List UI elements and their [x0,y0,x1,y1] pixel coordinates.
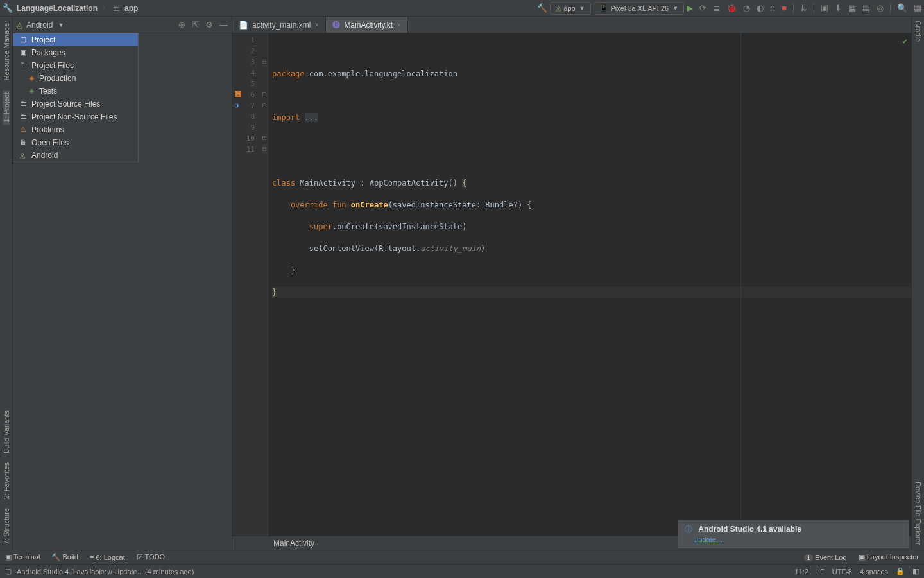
collapse-icon[interactable]: ⇱ [192,20,199,30]
tab-MainActivity-kt[interactable]: 🅚MainActivity.kt× [326,17,408,33]
coverage-icon[interactable]: ◐ [757,3,764,13]
breadcrumb[interactable]: 🔧 LanguageLocalization 〉 🗀 app [3,3,138,13]
gutter-line[interactable]: 9 [232,123,268,134]
update-link[interactable]: Update... [693,536,722,543]
lock-icon[interactable]: 🔒 [896,567,905,575]
scope-problems[interactable]: ⚠Problems [13,123,138,136]
gear-icon[interactable]: ⚙ [205,20,213,30]
minimize-icon[interactable]: — [219,20,228,30]
gutter-line[interactable]: 3⊟ [232,58,268,69]
scope-packages[interactable]: ▣Packages [13,46,138,59]
file-encoding[interactable]: UTF-8 [832,568,852,575]
chevron-down-icon: ▼ [672,5,678,12]
fold-icon[interactable]: ⊟ [262,134,266,141]
project-header: ◬ Android ▼ ⊕ ⇱ ⚙ — [13,17,232,33]
toolbar-run-group: ▶ ⟳ ≣ 🐞 ◔ ◐ ⎌ ■ ⇊ ▣ ⬇ ▦ ▤ ◎ 🔍 ▦ [687,3,921,13]
close-icon[interactable]: × [397,21,401,30]
profile-icon[interactable]: ◔ [743,3,750,13]
run-config-selector[interactable]: ◬ app ▼ [550,2,590,15]
scope-project[interactable]: ▢Project [13,33,138,46]
rail-build-variants[interactable]: Build Variants [3,410,10,453]
scope-selector[interactable]: Android [26,21,53,30]
panel-icon[interactable]: ▦ [914,3,921,13]
code-area[interactable]: ✔ package com.example.languagelocalizati… [268,33,911,536]
layout-inspector-tab[interactable]: ▣ Layout Inspector [859,553,919,561]
caret-position[interactable]: 11:2 [795,568,809,575]
app-quality-icon[interactable]: ◎ [877,3,884,13]
line-separator[interactable]: LF [816,568,825,575]
scope-project-files[interactable]: 🗀Project Files [13,59,138,72]
target-icon[interactable]: ⊕ [178,20,185,30]
debug-icon[interactable]: 🐞 [726,3,737,13]
layout-inspector-icon[interactable]: ▤ [862,3,870,13]
apply-changes-icon[interactable]: ⟳ [699,3,706,13]
project-icon: 🔧 [3,3,13,13]
rail-resource-manager[interactable]: Resource Manager [3,21,10,81]
scope-tests[interactable]: ◈Tests [13,85,138,98]
hammer-build-icon[interactable]: 🔨 [537,3,547,13]
gutter-line[interactable]: 2 [232,47,268,58]
gutter-line[interactable]: 6🅲⊟ [232,91,268,101]
event-log-tab[interactable]: 1 Event Log [804,554,846,561]
info-icon: ⓘ [685,525,692,534]
inspection-ok-icon[interactable]: ✔ [903,36,907,47]
resource-manager-icon[interactable]: ▦ [848,3,856,13]
terminal-tab[interactable]: ▣ Terminal [5,553,40,561]
device-selector[interactable]: 📱 Pixel 3a XL API 26 ▼ [594,2,685,15]
chevron-down-icon: ▼ [579,5,585,12]
apply-code-icon[interactable]: ≣ [713,3,720,13]
gutter-line[interactable]: 5 [232,80,268,91]
editor-area: 📄activity_main.xml×🅚MainActivity.kt× 123… [232,17,911,550]
search-icon[interactable]: 🔍 [897,3,907,13]
tab-activity_main-xml[interactable]: 📄activity_main.xml× [232,17,326,33]
update-notification[interactable]: ⓘ Android Studio 4.1 available Update... [678,520,909,548]
stop-icon[interactable]: ■ [782,3,787,13]
sdk-manager-icon[interactable]: ⬇ [835,3,842,13]
gutter-line[interactable]: 1 [232,36,268,47]
gutter-line[interactable]: 4 [232,69,268,80]
separator-icon: 〉 [101,3,109,13]
close-icon[interactable]: × [314,21,319,30]
gutter-line[interactable]: 11⊟ [232,145,268,156]
scope-project-non-source-files[interactable]: 🗀Project Non-Source Files [13,110,138,123]
run-icon[interactable]: ▶ [687,3,693,13]
scope-project-source-files[interactable]: 🗀Project Source Files [13,98,138,110]
build-tab[interactable]: 🔨 Build [51,553,78,561]
rail-device-file-explorer[interactable]: Device File Explorer [914,482,922,545]
fold-icon[interactable]: ⊟ [262,91,266,98]
todo-tab[interactable]: ☑ TODO [137,553,165,561]
rail-structure[interactable]: 7: Structure [3,508,10,545]
phone-icon: 📱 [599,4,608,12]
override-gutter-icon[interactable]: ◑ [235,101,239,109]
fold-icon[interactable]: ⊟ [262,101,266,109]
attach-debugger-icon[interactable]: ⎌ [770,3,775,13]
gutter-line[interactable]: 10⊟ [232,134,268,145]
bottom-tool-bar: ▣ Terminal 🔨 Build ≡ 6: Logcat ☑ TODO 1 … [0,550,924,564]
xml-file-icon: 📄 [239,21,248,30]
gutter-line[interactable]: 7◑⊟ [232,101,268,112]
status-message[interactable]: Android Studio 4.1 available: // Update.… [17,568,194,575]
scope-open-files[interactable]: 🗎Open Files [13,136,138,149]
avd-manager-icon[interactable]: ▣ [821,3,828,13]
indent-indicator[interactable]: 4 spaces [860,568,888,575]
rail-gradle[interactable]: Gradle [914,21,922,42]
chevron-down-icon: ▼ [58,22,64,28]
class-gutter-icon[interactable]: 🅲 [235,91,241,98]
gutter-line[interactable]: 8 [232,112,268,123]
fold-icon[interactable]: ⊟ [262,145,266,152]
fold-icon[interactable]: ⊟ [262,58,266,65]
breadcrumb-root[interactable]: LanguageLocalization [17,4,98,13]
rail-project[interactable]: 1: Project [3,90,10,125]
logcat-tab[interactable]: ≡ 6: Logcat [90,554,125,561]
status-icon[interactable]: ▢ [5,567,12,575]
kotlin-file-icon: 🅚 [332,21,340,30]
memory-icon[interactable]: ◧ [912,567,919,575]
project-tool-window: ◬ Android ▼ ⊕ ⇱ ⚙ — ▢Project▣Packages🗀Pr… [13,17,232,550]
scope-production[interactable]: ◈Production [13,72,138,85]
folder-icon: 🗀 [113,4,121,13]
breadcrumb-module[interactable]: app [124,4,138,13]
scope-android[interactable]: ◬Android [13,149,138,162]
sync-gradle-icon[interactable]: ⇊ [800,3,807,13]
rail-favorites[interactable]: 2: Favorites [3,462,10,499]
editor-body[interactable]: 123⊟456🅲⊟7◑⊟8910⊟11⊟ ✔ package com.examp… [232,33,911,536]
